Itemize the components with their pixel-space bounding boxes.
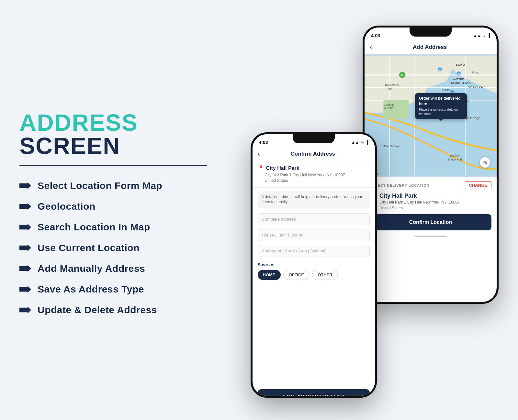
svg-marker-6 [19,306,31,314]
map-tooltip: Order will be delivered here Place the p… [415,93,467,119]
feature-item: Save As Address Type [19,284,231,295]
svg-marker-0 [19,182,31,189]
svg-text:M: M [439,68,441,71]
arrow-icon [19,244,31,252]
feature-item: Search Location In Map [19,222,231,233]
delivery-location-card: 📍 City Hall Park City Hall Park 1 City H… [370,193,491,211]
delivery-hint: A detailed address will help our deliver… [258,191,370,208]
feature-item: Geolocation [19,201,231,212]
page-title: ADDRESS SCREEN [19,111,231,158]
save-as-other-button[interactable]: OTHER [312,270,338,280]
arrow-icon [19,203,31,210]
svg-marker-5 [19,286,31,293]
feature-text: Update & Delete Address [38,304,157,315]
save-as-label: Save as [258,262,370,267]
svg-text:1 Tribute: 1 Tribute [383,103,394,106]
left-panel: ADDRESS SCREEN Select Location Form MapG… [19,105,231,315]
confirm-screen: ‹ Confirm Address 📍 City Hall Park City … [253,147,375,396]
signal-icon-front: ▲▲ [351,140,359,145]
battery-icon-front: ▐ [366,140,368,145]
phone-front: 4:03 ▲▲ ∿ ▐ ‹ Confirm Address 📍 Cit [251,132,377,398]
svg-text:Rockefeller: Rockefeller [385,83,399,87]
delivery-location-address: City Hall Park 1 City Hall New York, NY … [379,199,460,211]
back-button-front[interactable]: ‹ [258,150,260,158]
change-button[interactable]: CHANGE [465,181,491,189]
arrow-icon [19,223,31,231]
house-input[interactable]: House / Flat / Floor no. [258,229,370,241]
select-delivery-section: SELECT DELIVERY LOCATION CHANGE 📍 City H… [365,177,497,233]
add-address-title: Add Address [376,44,484,50]
battery-icon: ▐ [487,33,490,38]
phone-back-screen: 4:03 ▲▲ ∿ ▐ ‹ Add Address [365,28,497,302]
notch-front [293,134,335,143]
crosshair-button[interactable]: ⊕ [480,157,490,168]
location-name: 📍 City Hall Park [258,165,370,171]
svg-text:SOHO: SOHO [456,63,465,66]
right-panel: 4:03 ▲▲ ∿ ▐ ‹ Add Address [231,16,499,404]
svg-text:The Battery: The Battery [383,144,400,148]
arrow-icon [19,306,31,314]
confirm-address-title: Confirm Address [264,151,362,157]
signal-icon: ▲▲ [473,33,481,38]
save-as-section: Save as HOME OFFICE OTHER [253,259,375,283]
select-delivery-header: SELECT DELIVERY LOCATION CHANGE [370,181,491,189]
save-as-office-button[interactable]: OFFICE [283,270,310,280]
feature-item: Update & Delete Address [19,304,231,315]
status-time-front: 4:03 [259,140,268,145]
feature-text: Save As Address Type [38,284,144,295]
map-tooltip-title: Order will be delivered here [419,96,463,107]
title-highlight: ADDRESS [19,110,138,136]
feature-text: Geolocation [38,201,96,212]
svg-text:LOWER: LOWER [453,77,464,80]
feature-text: Use Current Location [38,242,140,253]
save-as-home-button[interactable]: HOME [258,270,281,280]
feature-text: Select Location Form Map [38,180,162,191]
delivery-location-info: City Hall Park City Hall Park 1 City Hal… [379,193,460,211]
svg-text:P: P [401,74,403,77]
wifi-icon-front: ∿ [361,140,364,145]
svg-text:BOW...: BOW... [471,71,480,74]
svg-text:M: M [458,72,460,75]
phone-front-screen: 4:03 ▲▲ ∿ ▐ ‹ Confirm Address 📍 Cit [253,134,375,396]
save-as-buttons: HOME OFFICE OTHER [258,270,370,280]
svg-text:Bridge Park: Bridge Park [448,158,463,161]
svg-text:Museum: Museum [383,106,394,110]
confirm-location-button[interactable]: Confirm Location [370,214,491,230]
complete-address-input[interactable]: Complete address [258,213,370,225]
location-address: City Hall Park 1 City Hall New York, NY … [258,172,370,183]
feature-text: Add Manually Address [38,263,145,274]
feature-item: Use Current Location [19,242,231,253]
title-normal: SCREEN [19,133,120,159]
save-address-button[interactable]: SAVE ADDRESS DETAILS [258,389,370,396]
svg-text:MANHATTAN: MANHATTAN [451,81,471,84]
feature-item: Add Manually Address [19,263,231,274]
delivery-location-name: City Hall Park [379,193,460,199]
select-delivery-label: SELECT DELIVERY LOCATION [370,183,430,187]
svg-marker-1 [19,203,31,210]
feature-text: Search Location In Map [38,222,150,233]
svg-marker-4 [19,265,31,272]
apartment-input[interactable]: Apartment / Road / Area (Optional) [258,245,370,257]
svg-marker-3 [19,244,31,251]
svg-text:CHINATOWN: CHINATOWN [468,85,486,88]
map-tooltip-sub: Place the pin accurately on the map [419,107,463,116]
location-card: 📍 City Hall Park City Hall Park 1 City H… [253,161,375,188]
svg-text:Brooklyn: Brooklyn [449,154,460,157]
wifi-icon: ∿ [482,33,486,38]
confirm-address-header: ‹ Confirm Address [253,147,375,161]
map-area[interactable]: SOHO BOW... LOWER MANHATTAN TRIBECA CHIN… [365,54,497,177]
add-address-header: ‹ Add Address [365,40,497,54]
status-icons-front: ▲▲ ∿ ▐ [351,140,368,145]
home-indicator-back [365,233,497,239]
home-bar-back [414,236,447,237]
svg-text:Park: Park [387,87,393,90]
arrow-icon [19,182,31,190]
feature-list: Select Location Form MapGeolocationSearc… [19,180,231,315]
svg-text:TRIBECA: TRIBECA [440,88,452,91]
location-name-text: City Hall Park [266,165,299,171]
arrow-icon [19,285,31,293]
feature-item: Select Location Form Map [19,180,231,191]
phone-back: 4:03 ▲▲ ∿ ▐ ‹ Add Address [363,26,499,304]
status-time-back: 4:03 [371,33,380,38]
back-button-back[interactable]: ‹ [370,43,372,51]
